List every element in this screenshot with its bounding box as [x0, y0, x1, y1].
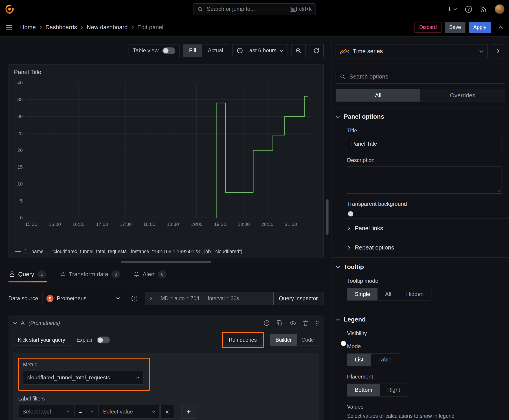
chevron-right-icon — [81, 25, 83, 29]
datasource-label: Data source — [8, 295, 38, 302]
table-view-control: Table view — [129, 44, 180, 57]
legend-mode-list[interactable]: List — [347, 354, 371, 366]
visualization-picker[interactable]: Time series — [336, 44, 488, 59]
legend-values-label: Values — [347, 404, 502, 410]
panel-options-header[interactable]: Panel options — [332, 107, 509, 125]
eye-icon[interactable] — [289, 321, 296, 325]
vertical-scrollbar[interactable] — [326, 199, 328, 235]
editor-mode-group: Builder Code — [270, 334, 319, 346]
select-value-dropdown[interactable]: Select value — [99, 405, 160, 419]
global-search[interactable]: ctrl+k — [193, 3, 316, 15]
table-view-toggle[interactable] — [162, 47, 175, 54]
metric-select[interactable]: cloudflared_tunnel_total_requests — [23, 371, 144, 384]
add-menu-button[interactable]: + — [447, 5, 457, 13]
svg-text:?: ? — [266, 321, 267, 325]
fill-segment[interactable]: Fill — [183, 45, 202, 57]
query-toolbar: Kick start your query Explain Run querie… — [8, 331, 324, 351]
breadcrumb-new-dashboard[interactable]: New dashboard — [87, 24, 128, 30]
kickstart-query-button[interactable]: Kick start your query — [13, 334, 70, 346]
options-search[interactable] — [336, 70, 505, 84]
legend-mode-label: Mode — [347, 343, 502, 350]
datasource-row: Data source Prometheus ? — [8, 292, 324, 305]
zoom-out-button[interactable] — [291, 44, 306, 57]
datasource-picker[interactable]: Prometheus — [42, 292, 124, 305]
panel-title[interactable]: Panel Title — [9, 65, 323, 77]
query-inspector-button[interactable]: Query inspector — [273, 292, 323, 305]
label-filter-row: Select label = Select value — [18, 405, 314, 419]
select-label-dropdown[interactable]: Select label — [18, 405, 74, 419]
tab-transform-data[interactable]: Transform data 0 — [59, 267, 121, 282]
chevron-down-icon[interactable] — [13, 322, 17, 324]
query-builder-area: Metric cloudflared_tunnel_total_requests… — [13, 353, 319, 420]
horizontal-scrollbar[interactable] — [121, 261, 211, 263]
query-editor-card: A (Prometheus) ? Kick start your query E… — [8, 315, 324, 420]
drag-handle-icon[interactable] — [315, 320, 319, 326]
legend-placement-bottom[interactable]: Bottom — [347, 384, 380, 396]
user-avatar[interactable] — [495, 4, 504, 14]
svg-text:21:00: 21:00 — [285, 221, 297, 227]
legend-mode-table[interactable]: Table — [371, 354, 399, 366]
tab-alert[interactable]: Alert 0 — [133, 267, 167, 282]
discard-button[interactable]: Discard — [415, 22, 441, 33]
legend-placement-right[interactable]: Right — [380, 384, 408, 396]
select-value-placeholder: Select value — [103, 408, 133, 415]
help-button[interactable]: ? — [465, 5, 472, 13]
query-row-header[interactable]: A (Prometheus) ? — [8, 315, 324, 331]
repeat-options-section[interactable]: Repeat options — [347, 238, 509, 257]
search-input[interactable] — [206, 6, 287, 13]
help-icon[interactable]: ? — [264, 320, 270, 326]
tab-transform-label: Transform data — [69, 271, 108, 278]
chevron-up-icon[interactable] — [499, 26, 503, 29]
tab-query[interactable]: Query 1 — [8, 267, 47, 282]
duplicate-icon[interactable] — [277, 320, 282, 326]
operator-dropdown[interactable]: = — [75, 405, 98, 419]
filter-tab-all[interactable]: All — [336, 89, 420, 102]
resize-handle-icon[interactable] — [497, 189, 500, 192]
breadcrumb-bar: Home Dashboards New dashboard Edit panel… — [0, 18, 509, 37]
repeat-options-label: Repeat options — [355, 244, 394, 251]
legend-header[interactable]: Legend — [332, 310, 509, 328]
actual-segment[interactable]: Actual — [202, 45, 229, 57]
refresh-button[interactable] — [309, 44, 324, 57]
run-queries-button[interactable]: Run queries — [224, 334, 262, 346]
builder-mode-segment[interactable]: Builder — [271, 334, 296, 346]
chevron-right-icon[interactable] — [150, 296, 152, 301]
time-range-picker[interactable]: Last 6 hours — [233, 44, 288, 57]
tooltip-header[interactable]: Tooltip — [332, 258, 509, 275]
apply-button[interactable]: Apply — [469, 22, 491, 33]
options-filter-tabs: All Overrides — [336, 89, 505, 102]
menu-icon[interactable] — [6, 25, 12, 30]
tooltip-mode-all[interactable]: All — [378, 288, 399, 300]
remove-filter-button[interactable]: × — [160, 405, 174, 419]
panel-options-heading: Panel options — [344, 113, 384, 120]
trash-icon[interactable] — [303, 320, 308, 326]
legend-swatch — [15, 251, 21, 252]
select-label-placeholder: Select label — [23, 408, 51, 415]
svg-text:18:30: 18:30 — [167, 221, 179, 227]
tab-transform-badge: 0 — [112, 270, 120, 278]
viz-suggestions-button[interactable] — [491, 44, 505, 59]
tooltip-mode-single[interactable]: Single — [347, 288, 378, 300]
filter-tab-overrides[interactable]: Overrides — [420, 89, 505, 102]
news-rss-icon[interactable] — [480, 6, 487, 12]
datasource-help-button[interactable]: ? — [128, 292, 141, 305]
description-label: Description — [347, 157, 502, 164]
breadcrumb-dashboards[interactable]: Dashboards — [46, 24, 77, 30]
panel-links-section[interactable]: Panel links — [347, 218, 509, 238]
grafana-logo[interactable] — [5, 4, 15, 14]
options-search-input[interactable] — [349, 73, 501, 80]
breadcrumb-home[interactable]: Home — [20, 24, 36, 30]
svg-text:17:00: 17:00 — [96, 221, 108, 227]
tooltip-mode-hidden[interactable]: Hidden — [399, 288, 431, 300]
description-textarea[interactable] — [347, 166, 502, 194]
svg-text:17:30: 17:30 — [120, 221, 132, 227]
code-mode-segment[interactable]: Code — [297, 334, 319, 346]
save-button[interactable]: Save — [445, 22, 465, 33]
svg-text:0: 0 — [20, 215, 23, 221]
explain-toggle[interactable] — [97, 337, 110, 343]
add-filter-button[interactable]: + — [181, 405, 196, 419]
legend-series-label[interactable]: {__name__="cloudflared_tunnel_total_requ… — [24, 249, 242, 254]
panel-title-input[interactable] — [347, 137, 502, 151]
metric-value: cloudflared_tunnel_total_requests — [27, 374, 110, 381]
timeseries-chart[interactable]: 051015202530354015:3016:0016:3017:0017:3… — [11, 77, 320, 239]
